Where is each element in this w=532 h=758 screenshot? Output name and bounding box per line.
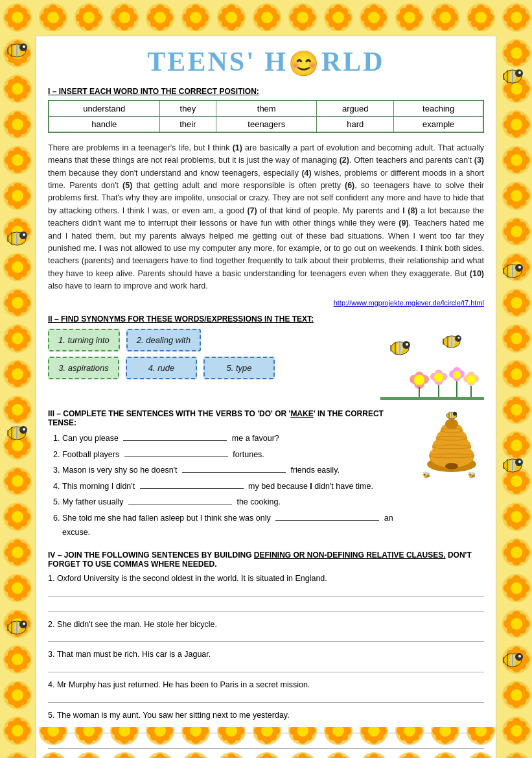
svg-point-119 bbox=[518, 460, 521, 463]
word-table: understand they them argued teaching han… bbox=[48, 100, 484, 133]
svg-point-117 bbox=[509, 459, 516, 472]
iv-answer-line-3 bbox=[48, 663, 484, 672]
svg-point-126 bbox=[518, 655, 521, 657]
sentence-list: Can you please me a favour? Football pla… bbox=[48, 431, 413, 540]
blank-4 bbox=[140, 488, 244, 489]
bees-flowers-decoration bbox=[380, 329, 484, 400]
synonym-box-5: 5. type bbox=[203, 357, 275, 379]
svg-text:🐝: 🐝 bbox=[422, 471, 431, 479]
beehive-icon: 🐝 🐝 bbox=[419, 409, 484, 480]
word-cell: teaching bbox=[394, 101, 483, 117]
blank-3 bbox=[182, 472, 286, 473]
word-cell: example bbox=[394, 116, 483, 132]
iv-answer-line-1b bbox=[48, 603, 484, 612]
svg-point-77 bbox=[23, 45, 25, 48]
svg-rect-38 bbox=[380, 397, 484, 400]
svg-point-99 bbox=[503, 70, 522, 83]
svg-point-105 bbox=[518, 71, 521, 74]
svg-point-13 bbox=[458, 337, 460, 339]
sentence-3: Mason is very shy so he doesn't friends … bbox=[62, 463, 413, 478]
svg-point-118 bbox=[515, 458, 523, 466]
blank-2 bbox=[124, 456, 228, 457]
main-worksheet: TEENS' H😊RLD I – INSERT EACH WORD INTO T… bbox=[36, 36, 496, 758]
svg-point-106 bbox=[503, 265, 522, 278]
section3-wrapper: III – COMPLETE THE SENTENCES WITH THE VE… bbox=[48, 409, 484, 541]
title-area: TEENS' H😊RLD bbox=[48, 46, 484, 78]
synonym-row-2: 3. aspirations 4. rude 5. type bbox=[48, 357, 374, 379]
synonym-row-1: 1. turning into 2. dealing with bbox=[48, 329, 374, 351]
svg-text:🐝: 🐝 bbox=[468, 471, 476, 479]
synonym-box-1: 1. turning into bbox=[48, 329, 120, 351]
iv-answer-line-1 bbox=[48, 587, 484, 597]
iv-answer-line-4 bbox=[48, 694, 484, 703]
svg-point-83 bbox=[19, 231, 27, 239]
svg-point-49 bbox=[445, 463, 458, 469]
svg-rect-67 bbox=[0, 0, 532, 31]
sentence-6: She told me she had fallen asleep but I … bbox=[62, 511, 413, 540]
word-cell: handle bbox=[49, 116, 159, 132]
svg-point-89 bbox=[14, 427, 20, 440]
svg-point-71 bbox=[8, 44, 26, 57]
iv-answer-line-5b bbox=[48, 740, 484, 749]
blank-5 bbox=[128, 504, 232, 504]
iv-sentence-5: 5. The woman is my aunt. You saw her sit… bbox=[48, 709, 484, 722]
svg-point-24 bbox=[434, 373, 443, 382]
svg-point-120 bbox=[503, 654, 522, 667]
svg-point-112 bbox=[518, 266, 521, 268]
iv-answer-line-2 bbox=[48, 633, 484, 642]
blank-1 bbox=[123, 440, 227, 441]
section2-wrapper: 1. turning into 2. dealing with 3. aspir… bbox=[48, 329, 484, 400]
synonyms-boxes: 1. turning into 2. dealing with 3. aspir… bbox=[48, 329, 374, 379]
iv-sentence-2: 2. She didn't see the man. He stole her … bbox=[48, 619, 484, 631]
svg-point-103 bbox=[509, 70, 516, 83]
blank-6 bbox=[275, 520, 379, 521]
svg-point-85 bbox=[8, 427, 26, 440]
iv-answer-line-5 bbox=[48, 724, 484, 733]
word-cell: they bbox=[159, 101, 216, 117]
svg-point-84 bbox=[23, 233, 25, 236]
worksheet-title: TEENS' H😊RLD bbox=[147, 46, 384, 78]
svg-point-104 bbox=[515, 69, 523, 77]
section3-header: III – COMPLETE THE SENTENCES WITH THE VE… bbox=[48, 409, 413, 427]
svg-point-4 bbox=[397, 342, 403, 355]
svg-point-18 bbox=[414, 375, 424, 385]
word-cell: understand bbox=[49, 101, 159, 117]
svg-point-90 bbox=[19, 426, 27, 434]
svg-point-6 bbox=[406, 343, 408, 346]
svg-point-78 bbox=[8, 232, 26, 245]
main-paragraph: There are problems in a teenager's life,… bbox=[48, 142, 484, 293]
synonym-box-2: 2. dealing with bbox=[126, 329, 201, 351]
svg-point-92 bbox=[8, 621, 26, 634]
synonym-box-3: 3. aspirations bbox=[48, 357, 119, 379]
section2-header: II – FIND SYNONYMS FOR THESE WORDS/EXPRE… bbox=[48, 314, 484, 324]
sentence-5: My father usually the cooking. bbox=[62, 495, 413, 510]
svg-point-98 bbox=[23, 622, 25, 625]
svg-point-30 bbox=[453, 371, 461, 379]
section4: IV – JOIN THE FOLLOWING SENTENCES BY BUI… bbox=[48, 551, 484, 749]
svg-point-96 bbox=[14, 621, 20, 634]
svg-point-97 bbox=[19, 621, 27, 628]
word-row-1: understand they them argued teaching bbox=[49, 101, 483, 117]
source-link[interactable]: http://www.mgprojekte.mgiever.de/lcircle… bbox=[48, 299, 484, 307]
svg-point-11 bbox=[448, 336, 455, 348]
svg-point-76 bbox=[19, 43, 27, 51]
svg-point-54 bbox=[453, 412, 457, 416]
section4-header: IV – JOIN THE FOLLOWING SENTENCES BY BUI… bbox=[48, 551, 484, 569]
sentence-2: Football players fortunes. bbox=[62, 447, 413, 462]
svg-rect-69 bbox=[0, 31, 31, 727]
svg-point-113 bbox=[503, 459, 522, 472]
iv-sentence-4: 4. Mr Murphy has just returned. He has b… bbox=[48, 679, 484, 691]
sentence-4: This morning I didn't my bed because I d… bbox=[62, 479, 413, 494]
synonym-box-4: 4. rude bbox=[126, 357, 197, 379]
section1-header: I – INSERT EACH WORD INTO THE CORRECT PO… bbox=[48, 87, 484, 96]
svg-point-44 bbox=[445, 419, 458, 429]
svg-point-75 bbox=[14, 44, 20, 57]
iv-sentence-1: 1. Oxford University is the second oldes… bbox=[48, 573, 484, 585]
word-cell: argued bbox=[317, 101, 394, 117]
word-cell: their bbox=[159, 116, 216, 132]
iv-sentence-3: 3. That man must be rich. His car is a J… bbox=[48, 648, 484, 661]
word-cell: hard bbox=[317, 116, 394, 132]
svg-point-124 bbox=[509, 654, 516, 667]
section2-decoration bbox=[380, 329, 484, 400]
svg-point-111 bbox=[515, 264, 523, 272]
